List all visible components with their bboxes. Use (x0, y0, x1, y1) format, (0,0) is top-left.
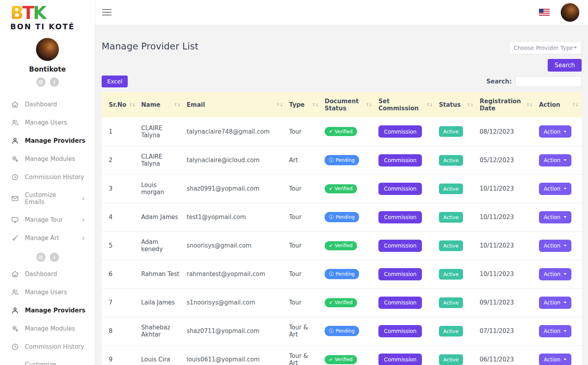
sidebar: BTK BON TI KOTÉ Bontikote Dashboard (0, 0, 95, 365)
user-avatar[interactable] (561, 3, 579, 22)
sort-icon (572, 102, 579, 108)
caret-down-icon (563, 245, 567, 246)
commission-button[interactable]: Commission (378, 297, 422, 309)
column-header-registration-date[interactable]: Registration Date (476, 92, 536, 117)
table-row: 8 Shahebaz Akhtar shaz0711@yopmail.com T… (102, 317, 582, 345)
action-dropdown-button[interactable]: Action (539, 325, 571, 337)
sidebar-nav-primary: Dashboard Manage Users Manage Providers … (0, 95, 95, 247)
column-header-set-commission[interactable]: Set Commission (375, 92, 436, 117)
commission-button[interactable]: Commission (378, 154, 422, 166)
caret-down-icon (563, 159, 567, 161)
chevron-right-icon (80, 196, 86, 202)
commission-button[interactable]: Commission (378, 183, 422, 195)
page-head: Manage Provider List Choose Provider Typ… (102, 41, 582, 72)
column-header-email[interactable]: Email (183, 92, 286, 117)
cell-email: talynaclaire748@gmail.com (183, 117, 286, 146)
page-content: Manage Provider List Choose Provider Typ… (95, 25, 588, 365)
commission-button[interactable]: Commission (378, 240, 422, 252)
history-icon (11, 173, 19, 181)
table-toolbar: Excel Search: (102, 76, 582, 87)
column-header-document-status[interactable]: Document Status (321, 92, 375, 117)
cell-srno: 3 (102, 174, 138, 203)
sidebar-item-commission-history[interactable]: Commission History (0, 168, 95, 186)
cell-registration-date: 10/11/2023 (476, 231, 536, 260)
document-status-badge: Verified (325, 184, 357, 193)
caret-down-icon (563, 359, 567, 360)
sidebar-item-manage-tour[interactable]: Manage Tour (0, 211, 95, 229)
sort-icon (312, 102, 318, 108)
action-dropdown-button[interactable]: Action (539, 125, 571, 138)
action-dropdown-button[interactable]: Action (539, 268, 571, 280)
commission-button[interactable]: Commission (378, 125, 422, 138)
brand-logo[interactable]: BTK BON TI KOTÉ (0, 0, 95, 31)
sort-icon (366, 102, 372, 108)
sidebar-item-customize-emails[interactable]: Customize Emails (0, 356, 95, 365)
cell-registration-date: 07/11/2023 (476, 317, 536, 345)
action-dropdown-button[interactable]: Action (539, 297, 571, 309)
providers-table: Sr.No Name Email Type Document Status Se… (102, 92, 582, 365)
cell-registration-date: 06/11/2023 (476, 345, 536, 365)
commission-button[interactable]: Commission (378, 211, 422, 223)
sidebar-item-manage-providers[interactable]: Manage Providers (0, 132, 95, 150)
commission-button[interactable]: Commission (378, 354, 422, 365)
sidebar-item-manage-users[interactable]: Manage Users (0, 283, 95, 301)
sidebar-item-customize-emails[interactable]: Customize Emails (0, 186, 95, 211)
social-icon-facebook[interactable] (50, 253, 59, 262)
excel-export-button[interactable]: Excel (102, 76, 128, 87)
commission-button[interactable]: Commission (378, 325, 422, 337)
column-header-type[interactable]: Type (286, 92, 321, 117)
column-header-srno[interactable]: Sr.No (102, 92, 138, 117)
cell-type: Tour & Art (286, 317, 321, 345)
monitor-icon (11, 216, 19, 224)
cell-type: Tour (286, 288, 321, 317)
sidebar-item-dashboard[interactable]: Dashboard (0, 95, 95, 113)
caret-down-icon (563, 302, 567, 303)
action-dropdown-button[interactable]: Action (539, 154, 571, 166)
table-row: 9 Louis Cira louis0611@yopmail.com Tour … (102, 345, 582, 365)
action-dropdown-button[interactable]: Action (539, 354, 571, 365)
sidebar-item-manage-users[interactable]: Manage Users (0, 113, 95, 132)
brand-name: BON TI KOTÉ (10, 22, 89, 31)
brand-letters: BTK (10, 4, 89, 22)
menu-toggle-button[interactable] (101, 7, 113, 17)
action-dropdown-button[interactable]: Action (539, 240, 571, 252)
table-search-input[interactable] (515, 76, 582, 87)
sidebar-item-manage-providers[interactable]: Manage Providers (0, 301, 95, 320)
social-icon-instagram[interactable] (36, 78, 45, 87)
language-flag-us-icon[interactable] (539, 9, 550, 16)
sidebar-item-manage-modules[interactable]: Manage Modules (0, 320, 95, 338)
profile-avatar (36, 38, 59, 61)
sidebar-item-commission-history[interactable]: Commission History (0, 338, 95, 356)
commission-button[interactable]: Commission (378, 268, 422, 280)
cell-email: rahmantest@yopmail.com (183, 260, 286, 288)
action-dropdown-button[interactable]: Action (539, 211, 571, 223)
status-badge: Active (439, 297, 463, 308)
social-icon-instagram[interactable] (36, 253, 45, 262)
search-button[interactable]: Search (548, 59, 582, 72)
cell-name: Adam kenedy (138, 231, 183, 260)
chevron-right-icon (80, 235, 86, 241)
status-badge: Active (439, 326, 463, 337)
cell-registration-date: 05/12/2023 (476, 146, 536, 174)
sort-icon (467, 102, 473, 108)
column-header-action[interactable]: Action (536, 92, 582, 117)
sidebar-item-manage-modules[interactable]: Manage Modules (0, 150, 95, 168)
action-dropdown-button[interactable]: Action (539, 183, 571, 195)
sort-icon (129, 102, 135, 108)
sidebar-item-dashboard[interactable]: Dashboard (0, 265, 95, 283)
social-icon-facebook[interactable] (50, 78, 59, 87)
chevron-right-icon (80, 217, 86, 223)
table-body: 1 CLAIRE Talyna talynaclaire748@gmail.co… (102, 117, 582, 365)
user-icon (11, 137, 19, 145)
user-icon (11, 306, 19, 314)
sidebar-item-manage-art[interactable]: Manage Art (0, 229, 95, 247)
cell-name: CLAIRE Talyna (138, 146, 183, 174)
caret-down-icon (563, 216, 567, 218)
cell-type: Tour (286, 174, 321, 203)
column-header-name[interactable]: Name (138, 92, 183, 117)
document-status-badge: Verified (325, 241, 357, 250)
cell-type: Tour & Art (286, 345, 321, 365)
provider-type-select[interactable]: Choose Provider Type (509, 41, 582, 54)
column-header-status[interactable]: Status (436, 92, 476, 117)
profile-name: Bontikote (29, 65, 66, 73)
